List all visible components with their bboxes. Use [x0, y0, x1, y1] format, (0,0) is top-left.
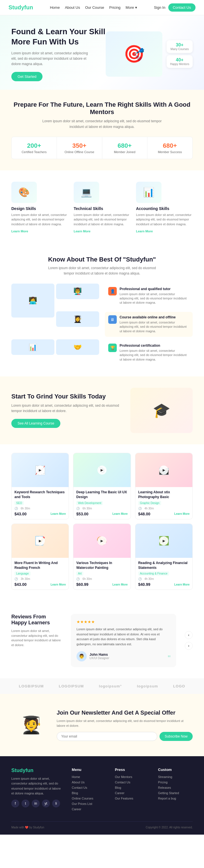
nav-about[interactable]: About Us: [65, 5, 80, 10]
newsletter-section: 🧑‍🎓 Join Our Newsletter And Get A Specia…: [0, 694, 204, 756]
review-next-button[interactable]: ›: [185, 642, 193, 650]
hero-stat-courses: 30+ Many Courses: [167, 40, 193, 53]
course-finance-learn[interactable]: Learn More: [174, 583, 190, 586]
footer-custom-started[interactable]: Getting Started: [158, 791, 193, 795]
course-seo-footer: $43.00 Learn More: [14, 512, 66, 516]
footer-menu: Menu Home About Us Contact Us Blog Onlin…: [72, 768, 106, 813]
course-photo-learn[interactable]: Learn More: [174, 512, 190, 515]
footer-menu-about[interactable]: About Us: [72, 780, 106, 784]
course-finance-info: 🕐 4h 30m: [138, 577, 190, 581]
course-french-learn[interactable]: Learn More: [51, 583, 66, 586]
nav-links: Home About Us Our Course Pricing More ▾: [50, 5, 137, 10]
courses-row-1: 📈 ▶ Keyword Research Techniques and Tool…: [11, 453, 193, 519]
course-ux-title: Deep Learning The Basic UI UX Design: [76, 490, 127, 499]
footer-menu-courses[interactable]: Online Courses: [72, 797, 106, 800]
course-ux-footer: $53.00 Learn More: [76, 512, 127, 516]
know-title: Know About The Best Of "Studyfun": [11, 256, 193, 263]
footer-menu-home[interactable]: Home: [72, 775, 106, 779]
review-text: Lorem ipsum dolor sit amet, consectetur …: [77, 627, 171, 647]
twitter-icon[interactable]: t: [22, 800, 29, 807]
footer-menu-career[interactable]: Career: [72, 807, 106, 811]
course-seo-learn[interactable]: Learn More: [51, 512, 66, 515]
course-ux-learn[interactable]: Learn More: [113, 512, 128, 515]
grind-title: Start To Grind Your Skills Today: [11, 393, 122, 400]
footer-custom-releases[interactable]: Releases: [158, 786, 193, 789]
course-finance-title: Reading & Analyzing Financial Statements: [138, 561, 190, 570]
footer-custom-title: Custom: [158, 768, 193, 772]
feature-tutor: 👤 Professional and qualified tutor Lorem…: [105, 284, 193, 309]
course-seo-meta: SEO: [14, 501, 66, 505]
nav-course[interactable]: Our Course: [85, 5, 104, 10]
course-watercolor: 🎨 ▶ Various Techniques In Watercolor Pai…: [73, 524, 130, 590]
footer-custom-streaming[interactable]: Streaming: [158, 775, 193, 779]
play-icon[interactable]: ▶: [36, 466, 45, 475]
course-french: 📝 ▶ More Fluent In Writing And Reading F…: [11, 524, 69, 590]
footer-menu-blog[interactable]: Blog: [72, 791, 106, 795]
accounting-learn-more[interactable]: Learn More: [136, 229, 153, 233]
course-seo-price: $43.00: [14, 512, 27, 516]
feature-cert-text: Professional certification Lorem ipsum d…: [120, 344, 189, 362]
reviewer: 👨 John Hams UX/UI Designer: [77, 651, 171, 661]
footer-press-career[interactable]: Career: [115, 791, 150, 795]
technical-learn-more[interactable]: Learn More: [74, 229, 90, 233]
clock-icon: 🕐: [76, 507, 80, 510]
play-icon-fin[interactable]: ▶: [159, 536, 168, 546]
review-prev-button[interactable]: ‹: [185, 631, 193, 639]
nav-more[interactable]: More: [125, 5, 134, 10]
course-photo-footer: $48.00 Learn More: [138, 512, 190, 516]
skill-design: 🎨 Design Skills Lorem ipsum dolor sit am…: [11, 182, 68, 234]
course-finance: 💹 ▶ Reading & Analyzing Financial Statem…: [135, 524, 193, 590]
hero-description: Lorem ipsum dolor sit amet, consectetur …: [11, 51, 91, 67]
linkedin-icon[interactable]: li: [52, 800, 60, 807]
play-icon-photo[interactable]: ▶: [159, 466, 168, 475]
hero-stat-mentors: 40+ Happy Mentors: [167, 55, 193, 68]
get-started-button[interactable]: Get Started: [11, 72, 42, 81]
footer-menu-contact[interactable]: Contact Us: [72, 786, 106, 789]
hero-section: Found & Learn Your Skill More Fun With U…: [0, 15, 204, 90]
youtube-icon[interactable]: yt: [42, 800, 50, 807]
footer-custom-pricing[interactable]: Pricing: [158, 780, 193, 784]
footer-press-contact[interactable]: Contact Us: [115, 780, 150, 784]
stat-success-label: Member Success: [152, 150, 187, 154]
nav-home[interactable]: Home: [50, 5, 60, 10]
stat-success: 680+ Member Success: [147, 137, 193, 159]
social-icons: f t in yt li: [11, 800, 63, 807]
newsletter-email-input[interactable]: [57, 732, 157, 741]
skills-grid: 🎨 Design Skills Lorem ipsum dolor sit am…: [11, 182, 193, 234]
footer-press-blog[interactable]: Blog: [115, 786, 150, 789]
footer-custom-bug[interactable]: Report a bug: [158, 797, 193, 800]
play-icon-french[interactable]: ▶: [36, 536, 45, 546]
know-img-5: 🤝: [56, 339, 99, 355]
footer-press-features[interactable]: Our Features: [115, 797, 150, 800]
play-icon-wc[interactable]: ▶: [97, 536, 107, 546]
course-photo: 📷 ▶ Learning About stix Photography Basi…: [135, 453, 193, 519]
course-watercolor-learn[interactable]: Learn More: [113, 583, 128, 586]
feature-cert: 🏆 Professional certification Lorem ipsum…: [105, 340, 193, 365]
all-course-button[interactable]: See All Learning Course: [11, 419, 60, 428]
play-icon-ux[interactable]: ▶: [97, 466, 107, 475]
feature-cert-title: Professional certification: [120, 344, 189, 347]
instagram-icon[interactable]: in: [32, 800, 40, 807]
design-learn-more[interactable]: Learn More: [11, 229, 28, 233]
review-nav: ‹ ›: [185, 614, 193, 667]
nav-logo[interactable]: Studyfun: [8, 4, 33, 11]
subscribe-button[interactable]: Subscribe Now: [159, 732, 193, 741]
clock-icon: 🕐: [76, 577, 80, 581]
signin-button[interactable]: Sign In: [154, 5, 165, 10]
hero-image: 🎯: [106, 31, 162, 77]
know-features: 👤 Professional and qualified tutor Lorem…: [105, 284, 193, 365]
footer-press: Press Our Mentors Contact Us Blog Career…: [115, 768, 150, 813]
reviews-section: Reviews From Happy Learners Lorem ipsum …: [0, 602, 204, 678]
contact-button[interactable]: Contact Us: [168, 3, 196, 11]
nav-pricing[interactable]: Pricing: [109, 5, 121, 10]
course-seo-tag: SEO: [14, 501, 24, 505]
facebook-icon[interactable]: f: [11, 800, 19, 807]
design-icon: 🎨: [11, 182, 37, 203]
footer-menu-prices[interactable]: Our Prices List: [72, 802, 106, 805]
course-french-tag: Language: [14, 571, 31, 576]
nav-actions: Sign In Contact Us: [154, 3, 196, 11]
footer-press-title: Press: [115, 768, 150, 772]
stat-joined: 680+ Member Joined: [102, 137, 148, 159]
chevron-down-icon: ▾: [135, 5, 137, 10]
footer-press-mentors[interactable]: Our Mentors: [115, 775, 150, 779]
